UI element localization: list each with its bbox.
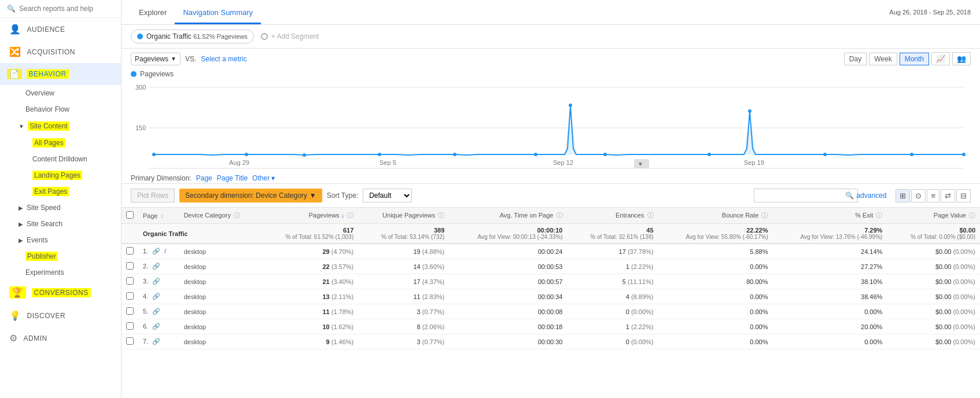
device-category-column-header[interactable]: Device Category ⓘ [179,208,261,224]
row-checkbox-cell-4[interactable] [121,304,138,319]
sidebar-item-audience[interactable]: 👤 AUDIENCE [0,18,121,40]
segment-label: Organic Traffic [146,32,191,40]
site-speed-label: Site Speed [27,204,61,212]
sidebar-item-experiments[interactable]: Experiments [0,264,121,281]
chart-legend: Pageviews [121,69,980,79]
svg-point-21 [823,153,827,156]
pct-exit-column-header[interactable]: % Exit ⓘ [772,208,887,224]
sidebar-item-site-content[interactable]: ▼ Site Content [0,117,121,135]
row-icon-0: 🔗 [152,248,160,255]
expand-icon-3: ▶ [19,221,23,227]
avg-time-column-header[interactable]: Avg. Time on Page ⓘ [449,208,567,224]
pie-view-button[interactable]: ⊙ [911,189,926,202]
sidebar-item-discover[interactable]: 💡 DISCOVER [0,304,121,327]
grid-view-button[interactable]: ⊞ [896,189,910,202]
row-checkbox-cell-3[interactable] [121,289,138,304]
row-page-link-0[interactable]: / [164,248,166,255]
sidebar-item-events[interactable]: ▶ Events [0,232,121,248]
row-page-value-cell-0: $0.00 (0.00%) [887,244,980,259]
add-segment-wrap[interactable]: + Add Segment [261,32,319,40]
row-checkbox-cell-5[interactable] [121,319,138,334]
bounce-rate-column-header[interactable]: Bounce Rate ⓘ [658,208,773,224]
page-column-header[interactable]: Page ↕ [138,208,179,224]
advanced-link[interactable]: advanced [856,191,886,200]
plot-rows-button[interactable]: Plot Rows [131,189,175,202]
sort-type-select[interactable]: Default [363,189,412,202]
data-table: Page ↕ Device Category ⓘ Pageviews ↓ ⓘ U… [121,207,980,349]
svg-point-14 [378,153,381,156]
metric-select[interactable]: Pageviews ▼ [131,53,180,65]
row-checkbox-2[interactable] [126,277,134,285]
row-pageviews-cell-2: 21 (3.40%) [261,274,359,289]
search-bar[interactable]: 🔍 [0,0,121,18]
audience-icon: 👤 [9,24,21,35]
dim-pagetitle-link[interactable]: Page Title [217,174,248,182]
pageviews-sort-icon: ↓ [341,212,345,219]
secondary-dim-button[interactable]: Secondary dimension: Device Category ▼ [179,189,322,202]
row-checkbox-cell-0[interactable] [121,244,138,259]
month-button[interactable]: Month [900,53,929,65]
tab-navigation-summary[interactable]: Navigation Summary [175,2,261,24]
compare-view-button[interactable]: ⇄ [941,189,955,202]
entrances-info-icon: ⓘ [647,212,654,219]
row-checkbox-5[interactable] [126,322,134,330]
events-label: Events [27,236,48,244]
dim-page-link[interactable]: Page [196,174,212,182]
page-value-column-header[interactable]: Page Value ⓘ [887,208,980,224]
row-device-4: desktop [184,308,207,315]
row-checkbox-6[interactable] [126,337,134,345]
select-metric-link[interactable]: Select a metric [201,55,246,63]
row-checkbox-1[interactable] [126,262,134,270]
pageviews-column-header[interactable]: Pageviews ↓ ⓘ [261,208,359,224]
row-unique-pv-cell-1: 14 (3.60%) [358,259,449,274]
summary-avg-time: 00:00:10 Avg for View: 00:00:13 (-24.33%… [449,224,567,244]
row-checkbox-cell-2[interactable] [121,274,138,289]
row-entrances-cell-5: 1 (2.22%) [568,319,658,334]
select-all-checkbox[interactable] [126,211,134,219]
row-pct-exit-cell-5: 20.00% [772,319,887,334]
sidebar-item-behavior[interactable]: 📄 BEHAVIOR [0,63,121,85]
unique-pageviews-column-header[interactable]: Unique Pageviews ⓘ [358,208,449,224]
pivot-view-button[interactable]: ⊟ [956,189,971,202]
sidebar-item-site-search[interactable]: ▶ Site Search [0,216,121,232]
row-checkbox-cell-6[interactable] [121,334,138,349]
table-search-icon[interactable]: 🔍 [845,191,854,200]
sidebar-item-content-drilldown[interactable]: Content Drilldown [0,151,121,167]
tab-explorer[interactable]: Explorer [131,2,175,24]
sidebar-item-all-pages[interactable]: All Pages [0,135,121,151]
sidebar-item-publisher[interactable]: Publisher [0,248,121,264]
sidebar-item-landing-pages[interactable]: Landing Pages [0,167,121,183]
sidebar-item-acquisition[interactable]: 🔀 ACQUISITION [0,40,121,63]
list-view-button[interactable]: ≡ [927,189,940,202]
sidebar-item-exit-pages[interactable]: Exit Pages [0,183,121,200]
select-all-checkbox-header[interactable] [121,208,138,224]
sidebar-item-behavior-flow[interactable]: Behavior Flow [0,101,121,117]
svg-point-18 [603,153,607,156]
week-button[interactable]: Week [869,53,897,65]
row-page-cell-3: 4. 🔗 [138,289,179,304]
line-chart-button[interactable]: 📈 [931,52,950,65]
pageviews-chart: 300 150 Aug 29 Sep 5 Sep 12 Sep 19 [131,79,970,172]
row-pageviews-cell-5: 10 (1.62%) [261,319,359,334]
sidebar-item-conversions[interactable]: 🏆 CONVERSIONS [0,281,121,304]
table-search-input[interactable] [754,189,858,202]
search-input[interactable] [19,5,100,13]
row-checkbox-cell-1[interactable] [121,259,138,274]
sidebar-item-admin[interactable]: ⚙ ADMIN [0,327,121,349]
bar-chart-button[interactable]: 👥 [952,52,971,65]
day-button[interactable]: Day [844,53,867,65]
row-device-1: desktop [184,263,207,270]
dim-other-link[interactable]: Other ▾ [252,174,275,182]
sidebar-item-site-speed[interactable]: ▶ Site Speed [0,200,121,216]
entrances-column-header[interactable]: Entrances ⓘ [568,208,658,224]
sidebar: 🔍 👤 AUDIENCE 🔀 ACQUISITION 📄 BEHAVIOR Ov… [0,0,121,398]
segment-organic-traffic[interactable]: Organic Traffic 61.52% Pageviews [131,30,254,43]
row-avg-time-cell-3: 00:00:34 [449,289,567,304]
sidebar-item-overview[interactable]: Overview [0,85,121,101]
row-device-5: desktop [184,323,207,330]
add-segment-label[interactable]: + Add Segment [271,32,319,40]
row-checkbox-0[interactable] [126,247,134,255]
top-bar: Explorer Navigation Summary Aug 26, 2018… [121,0,980,25]
row-checkbox-3[interactable] [126,292,134,300]
row-checkbox-4[interactable] [126,307,134,315]
